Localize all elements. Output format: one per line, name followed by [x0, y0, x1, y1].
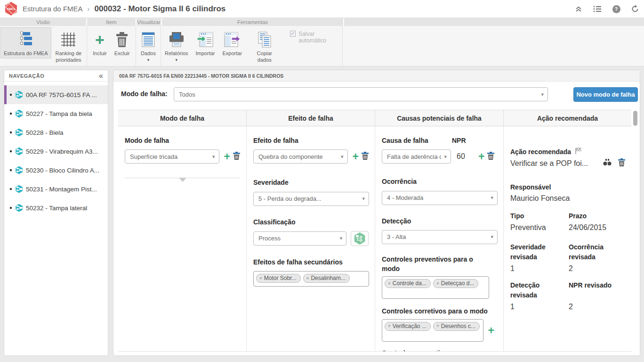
dados-button[interactable]: Dados ▾	[137, 27, 159, 63]
nav-item-3[interactable]: 50229 - Virabrequim A3...	[4, 142, 108, 161]
estrutura-fmea-button[interactable]: Estrutura do FMEA	[0, 27, 51, 58]
causa-select[interactable]: Falta de aderência d... ▾	[382, 149, 451, 164]
delete-causa-trash-icon[interactable]	[487, 152, 494, 162]
nav-item-label: 50231 - Montagem Pist...	[26, 186, 97, 193]
bullet-icon	[10, 169, 12, 171]
ocorrencia-select[interactable]: 4 - Moderada ▾	[382, 191, 498, 205]
delete-modo-trash-icon[interactable]	[233, 152, 240, 162]
tag: ×Verificação ...	[385, 322, 431, 331]
column-header-causas: Causas potenciais de falha	[375, 110, 504, 126]
modo-de-falha-column: Modo de falha Superfície tricada ▾ +	[118, 126, 247, 351]
deteccao-label: Detecção	[382, 216, 497, 226]
component-header: 00A RF 757G-6015 FA EN00 22213445 - MOTO…	[113, 70, 640, 82]
refresh-icon[interactable]	[631, 5, 639, 13]
remove-tag-icon[interactable]: ×	[436, 281, 439, 286]
printer-icon	[168, 30, 185, 49]
row-expander[interactable]	[125, 178, 240, 178]
navigation-panel: NAVEGAÇÃO « 00A RF 757G-6015 FA ... 5022…	[4, 70, 108, 356]
tree-structure-icon	[18, 30, 34, 49]
controles-preventivos-modo-tagbox[interactable]: ×Controle da... ×Detecçao d...	[382, 276, 489, 299]
responsavel-label: Responsável	[510, 182, 625, 192]
modo-de-falha-filter-select[interactable]: Todos ▾	[174, 87, 548, 101]
remove-tag-icon[interactable]: ×	[388, 281, 391, 286]
dropdown-caret-icon: ▾	[541, 91, 544, 98]
severidade-revisada-label: Severidade revisada	[510, 242, 554, 262]
list-menu-icon[interactable]	[593, 5, 602, 13]
causas-column: Causa de falha NPR Falta de aderência d.…	[375, 126, 504, 351]
relatorios-button[interactable]: Relatórios ▾	[161, 27, 192, 63]
prazo-label: Prazo	[569, 211, 625, 221]
acao-text[interactable]: Verificar se a POP foi...	[510, 159, 600, 168]
nav-item-2[interactable]: 50228 - Biela	[4, 123, 108, 142]
deteccao-revisada-value: 1	[510, 303, 569, 311]
incluir-button[interactable]: + Incluir	[89, 27, 110, 58]
npr-revisado-value: 2	[569, 303, 625, 311]
autosave-checkbox[interactable]: ✓	[290, 31, 296, 37]
navigation-title: NAVEGAÇÃO	[9, 73, 99, 79]
nav-item-1[interactable]: 50227 - Tampa da biela	[4, 104, 108, 123]
tag: ×Motor Sobr...	[256, 274, 301, 283]
bullet-icon	[10, 132, 12, 133]
remove-tag-icon[interactable]: ×	[306, 276, 309, 281]
autosave-label: Salvar automático	[298, 31, 342, 44]
add-efeito-icon[interactable]: +	[353, 152, 359, 161]
delete-acao-trash-icon[interactable]	[618, 158, 625, 168]
severidade-select[interactable]: 5 - Perda ou degrada... ▾	[253, 192, 369, 206]
import-icon	[197, 30, 214, 49]
classificacao-label: Classificação	[253, 217, 369, 227]
nav-item-0[interactable]: 00A RF 757G-6015 FA ...	[4, 85, 108, 104]
nav-item-label: 50232 - Tampa lateral	[26, 205, 87, 212]
exportar-button[interactable]: Exportar	[219, 27, 246, 58]
component-hexagon-icon	[15, 204, 23, 212]
ranking-prioridades-button[interactable]: Ranking de prioridades	[52, 27, 85, 65]
copiar-dados-button[interactable]: Copiar dados	[246, 27, 282, 65]
scrollbar-thumb[interactable]	[633, 111, 637, 126]
add-modo-icon[interactable]: +	[224, 152, 230, 161]
classificacao-select[interactable]: Process ▾	[253, 231, 346, 246]
breadcrumb-root[interactable]: Estrutura do FMEA	[23, 5, 83, 13]
acao-label: Ação recomendada	[510, 147, 571, 156]
search-binoculars-icon[interactable]	[603, 159, 612, 168]
add-controle-icon[interactable]: +	[488, 326, 494, 335]
severidade-label: Severidade	[253, 178, 369, 187]
importar-button[interactable]: Importar	[193, 27, 218, 58]
component-hexagon-icon	[15, 91, 23, 99]
nav-item-4[interactable]: 50230 - Bloco Cilindro A...	[4, 161, 108, 180]
remove-tag-icon[interactable]: ×	[436, 323, 439, 329]
efeito-select[interactable]: Quebra do componente ▾	[253, 149, 348, 164]
top-bar: FMEA Estrutura do FMEA › 000032 - Motor …	[0, 0, 644, 18]
ribbon-toolbar: Visão Item Visualizar Ferramentas Estrut…	[0, 18, 644, 66]
nav-item-5[interactable]: 50231 - Montagem Pist...	[4, 180, 108, 198]
bullet-icon	[10, 207, 12, 209]
expander-triangle-icon	[179, 178, 186, 182]
novo-modo-de-falha-button[interactable]: Novo modo de falha	[573, 87, 638, 102]
bullet-icon	[10, 113, 12, 115]
delete-efeito-trash-icon[interactable]	[362, 152, 369, 162]
remove-tag-icon[interactable]: ×	[388, 323, 391, 329]
collapse-panel-icon[interactable]: «	[99, 73, 103, 79]
dropdown-caret-icon: ▾	[444, 154, 447, 160]
collapse-ribbon-icon[interactable]	[574, 5, 583, 13]
modo-select[interactable]: Superfície tricada ▾	[125, 149, 219, 164]
controles-corretivos-modo-tagbox[interactable]: ×Verificação ... ×Desenhos c...	[382, 319, 483, 342]
npr-revisado-label: NPR revisado	[569, 280, 625, 300]
dropdown-caret-icon: ▾	[176, 58, 178, 62]
dropdown-caret-icon: ▾	[491, 234, 493, 240]
prazo-value: 24/06/2015	[569, 223, 625, 232]
structure-hexagon-icon	[354, 232, 366, 245]
tipo-label: Tipo	[510, 211, 569, 221]
efeitos-secundarios-tagbox[interactable]: ×Motor Sobr... ×Desalinham...	[253, 271, 369, 287]
deteccao-select[interactable]: 3 - Alta ▾	[382, 230, 498, 244]
excluir-button[interactable]: Excluir	[111, 27, 133, 58]
vertical-scrollbar[interactable]	[633, 111, 637, 351]
ribbon-group-visao: Visão	[0, 18, 86, 26]
remove-tag-icon[interactable]: ×	[259, 276, 262, 281]
controles-preventivos-causa-label: Controles preventivos para a causa	[382, 348, 485, 351]
ocorrencia-revisada-label: Ocorrência revisada	[569, 242, 612, 262]
classificacao-structure-button[interactable]	[351, 231, 369, 246]
nav-item-6[interactable]: 50232 - Tampa lateral	[4, 198, 108, 217]
help-icon[interactable]: ?	[612, 5, 620, 13]
column-header-efeito: Efeito de falha	[247, 110, 375, 126]
nav-item-label: 50230 - Bloco Cilindro A...	[26, 167, 99, 174]
add-causa-icon[interactable]: +	[478, 152, 484, 161]
